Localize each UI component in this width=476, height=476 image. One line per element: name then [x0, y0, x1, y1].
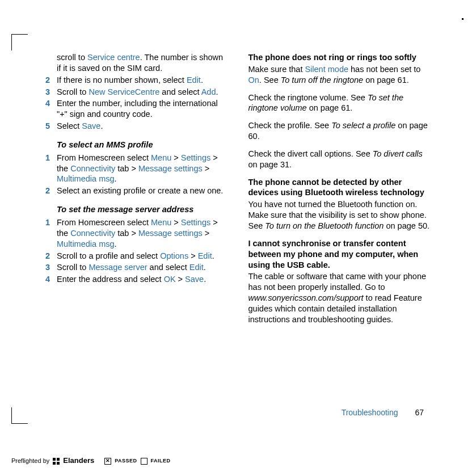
step-body: Select an existing profile or create a n…	[57, 186, 228, 196]
step-number: 1	[45, 153, 57, 185]
step-number: 1	[45, 217, 57, 250]
step-body: From Homescreen select Menu > Settings >…	[57, 153, 228, 185]
step-number: 2	[45, 75, 57, 86]
svg-rect-1	[57, 458, 60, 461]
step-number: 3	[45, 87, 57, 98]
step-number: 2	[45, 186, 57, 196]
step-body: Enter the address and select OK > Save.	[57, 274, 228, 285]
content-columns: scroll to Service centre. The number is …	[45, 52, 431, 332]
step-body: Scroll to Message server and select Edit…	[57, 262, 228, 273]
svg-rect-2	[53, 462, 56, 465]
step-body: Enter the number, including the internat…	[57, 98, 228, 120]
elanders-brand: Elanders	[63, 456, 94, 466]
step-line: 2Select an existing profile or create a …	[45, 186, 228, 196]
step-body: Scroll to New ServiceCentre and select A…	[57, 87, 228, 98]
svg-rect-3	[57, 462, 60, 465]
block-ring: The phone does not ring or rings too sof…	[248, 52, 431, 86]
steps-group-3: 1From Homescreen select Menu > Settings …	[45, 217, 228, 285]
elanders-logo-icon	[53, 458, 60, 465]
step-line: 4Enter the number, including the interna…	[45, 98, 228, 120]
step-body: Scroll to a profile and select Options >…	[57, 251, 228, 262]
preflight-bar: Preflighted by Elanders ✕ PASSED FAILED	[11, 456, 171, 466]
step-body-continuation: scroll to Service centre. The number is …	[57, 52, 228, 74]
crop-mark-top-right-dot	[462, 18, 464, 20]
ring-heading: The phone does not ring or rings too sof…	[248, 52, 431, 63]
passed-checkbox-icon: ✕	[104, 458, 111, 465]
footer-section-label: Troubleshooting	[342, 408, 398, 417]
step-line: 2Scroll to a profile and select Options …	[45, 251, 228, 262]
step-line: 1From Homescreen select Menu > Settings …	[45, 153, 228, 185]
passed-label: PASSED	[115, 458, 137, 465]
step-line: 1From Homescreen select Menu > Settings …	[45, 217, 228, 250]
step-line: 4Enter the address and select OK > Save.	[45, 274, 228, 285]
step-line: 5Select Save.	[45, 121, 228, 132]
step-number: 3	[45, 262, 57, 273]
ring-para-1: Make sure that Silent mode has not been …	[248, 64, 431, 86]
section-head-mms: To select an MMS profile	[57, 140, 228, 150]
step-number: 5	[45, 121, 57, 132]
step-number: 4	[45, 274, 57, 285]
block-usb: I cannot synchronise or transfer content…	[248, 238, 431, 325]
bluetooth-heading: The phone cannot be detected by other de…	[248, 177, 431, 199]
step-line: 3Scroll to Message server and select Edi…	[45, 262, 228, 273]
crop-mark-bottom-left	[11, 407, 28, 424]
section-head-server: To set the message server address	[57, 204, 228, 215]
step-body: If there is no number shown, select Edit…	[57, 75, 228, 86]
footer-page-number: 67	[415, 408, 424, 417]
ring-para-4: Check the divert call options. See To di…	[248, 149, 431, 170]
usb-para: The cable or software that came with you…	[248, 271, 431, 325]
failed-checkbox-icon	[141, 458, 148, 465]
step-body: From Homescreen select Menu > Settings >…	[57, 217, 228, 250]
right-column: The phone does not ring or rings too sof…	[248, 52, 431, 332]
bluetooth-para: You have not turned the Bluetooth functi…	[248, 199, 431, 231]
block-bluetooth: The phone cannot be detected by other de…	[248, 177, 431, 231]
steps-group-2: 1From Homescreen select Menu > Settings …	[45, 153, 228, 196]
steps-group-1: scroll to Service centre. The number is …	[45, 52, 228, 132]
failed-label: FAILED	[151, 458, 171, 465]
step-line: 3Scroll to New ServiceCentre and select …	[45, 87, 228, 98]
step-body: Select Save.	[57, 121, 228, 132]
left-column: scroll to Service centre. The number is …	[45, 52, 228, 332]
page-footer: Troubleshooting 67	[342, 407, 424, 418]
usb-heading: I cannot synchronise or transfer content…	[248, 238, 431, 271]
step-line: 2If there is no number shown, select Edi…	[45, 75, 228, 86]
ring-para-3: Check the profile. See To select a profi…	[248, 120, 431, 142]
crop-mark-top-left	[11, 34, 28, 50]
svg-rect-0	[53, 458, 56, 461]
step-number: 4	[45, 98, 57, 120]
preflight-by-label: Preflighted by	[11, 457, 49, 465]
step-number: 2	[45, 251, 57, 262]
ring-para-2: Check the ringtone volume. See To set th…	[248, 92, 431, 114]
